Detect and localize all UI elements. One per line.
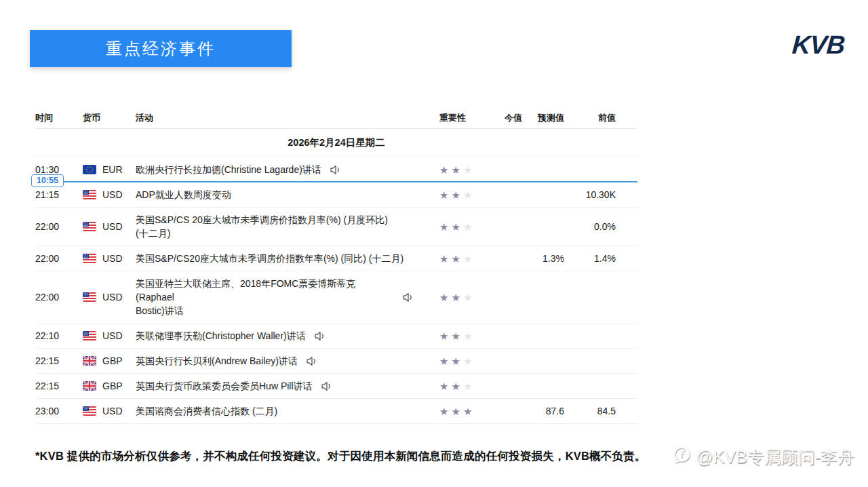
speaker-icon[interactable]	[330, 165, 341, 175]
activity-text: 英国央行货币政策委员会委员Huw Pill讲话	[136, 379, 313, 393]
currency-code: USD	[102, 406, 123, 416]
event-currency: GBP	[83, 355, 136, 366]
star-icon: ★	[451, 356, 460, 366]
event-time: 22:15	[35, 381, 83, 391]
speaker-icon[interactable]	[402, 292, 414, 303]
table-row[interactable]: 22:15GBP英国央行行长贝利(Andrew Bailey)讲话★★★	[35, 349, 637, 374]
star-icon: ★	[463, 356, 472, 366]
activity-text: 美国S&P/CS 20座大城市未季调房价指数月率(%) (月度环比) (十二月)	[136, 213, 388, 240]
forecast-value: 87.6	[522, 406, 564, 416]
speaker-icon[interactable]	[306, 356, 317, 366]
star-icon: ★	[451, 406, 460, 416]
previous-value: 84.5	[564, 406, 637, 416]
event-activity: 美国S&P/CS20座大城市未季调房价指数年率(%) (同比) (十二月)	[136, 252, 423, 265]
star-icon: ★	[439, 381, 448, 391]
currency-code: USD	[102, 330, 123, 341]
star-icon: ★	[463, 292, 472, 303]
event-currency: USD	[83, 189, 136, 200]
star-icon: ★	[463, 254, 472, 264]
current-time-badge: 10:55	[31, 174, 64, 187]
star-icon: ★	[463, 406, 472, 416]
currency-code: GBP	[102, 355, 123, 366]
activity-text: 美国谘商会消费者信心指数 (二月)	[136, 404, 277, 418]
star-icon: ★	[451, 381, 460, 391]
activity-text: ADP就业人数周度变动	[136, 188, 231, 201]
event-currency: EUR	[83, 164, 136, 175]
currency-flag-eu-icon	[83, 165, 96, 174]
event-activity: 美国S&P/CS 20座大城市未季调房价指数月率(%) (月度环比) (十二月)	[136, 213, 423, 240]
page-title: 重点经济事件	[30, 30, 292, 67]
event-activity: 欧洲央行行长拉加德(Christine Lagarde)讲话	[136, 163, 423, 176]
currency-flag-us-icon	[83, 406, 96, 416]
watermark: @KVB专属顾问-李舟	[673, 446, 854, 468]
event-time: 23:00	[35, 406, 83, 416]
currency-code: USD	[102, 189, 123, 200]
economic-calendar-table: 时间 货币 活动 重要性 今值 预测值 前值 2026年2月24日星期二 01:…	[35, 107, 637, 424]
star-icon: ★	[463, 222, 472, 232]
currency-code: USD	[102, 253, 123, 264]
table-row[interactable]: 21:15USDADP就业人数周度变动★★★10.30K	[35, 182, 637, 208]
previous-value: 10.30K	[564, 189, 637, 200]
event-currency: USD	[83, 330, 136, 341]
event-activity: 美国谘商会消费者信心指数 (二月)	[136, 404, 423, 418]
header-currency: 货币	[83, 112, 136, 124]
table-row[interactable]: 22:00USD美国亚特兰大联储主席、2018年FOMC票委博斯蒂克(Rapha…	[35, 271, 637, 324]
speaker-icon[interactable]	[321, 381, 332, 391]
header-forecast: 预测值	[522, 112, 564, 124]
activity-text: 欧洲央行行长拉加德(Christine Lagarde)讲话	[136, 163, 321, 176]
event-currency: USD	[83, 253, 136, 264]
event-activity: 英国央行货币政策委员会委员Huw Pill讲话	[136, 379, 423, 393]
currency-flag-gb-icon	[83, 356, 96, 366]
star-icon: ★	[439, 406, 448, 416]
table-row[interactable]: 22:00USD美国S&P/CS20座大城市未季调房价指数年率(%) (同比) …	[35, 246, 637, 271]
event-time: 22:00	[35, 292, 83, 303]
header-time: 时间	[35, 112, 83, 124]
importance-stars: ★★★	[423, 190, 483, 200]
speaker-icon[interactable]	[314, 331, 326, 341]
header-importance: 重要性	[423, 112, 483, 124]
table-row[interactable]: 22:15GBP英国央行货币政策委员会委员Huw Pill讲话★★★	[35, 374, 637, 399]
table-row[interactable]: 22:00USD美国S&P/CS 20座大城市未季调房价指数月率(%) (月度环…	[35, 208, 637, 246]
star-icon: ★	[439, 292, 448, 303]
star-icon: ★	[451, 331, 460, 341]
importance-stars: ★★★	[423, 381, 483, 391]
events-table-body: 01:30EUR欧洲央行行长拉加德(Christine Lagarde)讲话★★…	[35, 157, 637, 424]
currency-flag-us-icon	[83, 190, 96, 199]
activity-text: 美国S&P/CS20座大城市未季调房价指数年率(%) (同比) (十二月)	[136, 252, 403, 265]
star-icon: ★	[451, 222, 460, 232]
disclaimer-text: *KVB 提供的市场分析仅供参考，并不构成任何投资建议。对于因使用本新闻信息而造…	[35, 449, 646, 464]
header-actual: 今值	[483, 112, 522, 124]
kvb-logo: KVB	[791, 31, 845, 60]
currency-flag-us-icon	[83, 254, 96, 263]
importance-stars: ★★★	[423, 254, 483, 264]
star-icon: ★	[451, 254, 460, 264]
star-icon: ★	[463, 381, 472, 391]
star-icon: ★	[439, 356, 448, 366]
watermark-text: @KVB专属顾问-李舟	[696, 446, 854, 468]
currency-flag-us-icon	[83, 222, 96, 231]
table-row[interactable]: 22:10USD美联储理事沃勒(Christopher Waller)讲话★★★	[35, 324, 637, 349]
table-row[interactable]: 23:00USD美国谘商会消费者信心指数 (二月)★★★87.684.5	[35, 399, 637, 424]
currency-flag-gb-icon	[83, 381, 96, 391]
event-currency: USD	[83, 292, 136, 303]
event-currency: USD	[83, 221, 136, 232]
event-currency: GBP	[83, 381, 136, 391]
forecast-value: 1.3%	[522, 253, 564, 264]
event-time: 22:10	[35, 330, 83, 341]
event-time: 22:00	[35, 253, 83, 264]
slide: 重点经济事件 KVB 时间 货币 活动 重要性 今值 预测值 前值 2026年2…	[0, 0, 868, 487]
event-time: 21:15	[35, 189, 83, 200]
table-header-row: 时间 货币 活动 重要性 今值 预测值 前值	[35, 107, 637, 129]
star-icon: ★	[463, 165, 472, 175]
star-icon: ★	[439, 331, 448, 341]
importance-stars: ★★★	[423, 222, 483, 232]
event-currency: USD	[83, 406, 136, 416]
chat-bubble-f-icon	[673, 446, 691, 468]
star-icon: ★	[451, 190, 460, 200]
event-time: 01:30	[35, 164, 83, 175]
table-row[interactable]: 01:30EUR欧洲央行行长拉加德(Christine Lagarde)讲话★★…	[35, 157, 637, 182]
currency-flag-us-icon	[83, 292, 96, 302]
importance-stars: ★★★	[423, 356, 483, 366]
star-icon: ★	[451, 165, 460, 175]
event-time: 22:15	[35, 355, 83, 366]
